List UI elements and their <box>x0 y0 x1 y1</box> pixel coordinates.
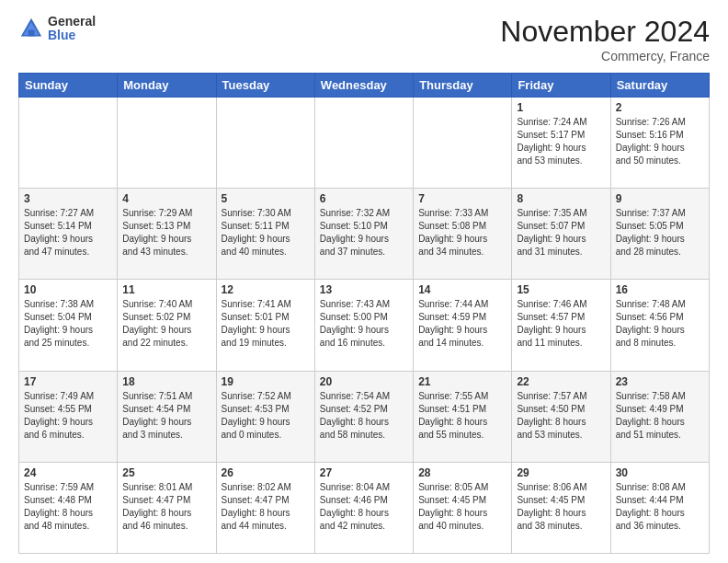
day-number: 25 <box>122 466 210 479</box>
day-info: Sunrise: 7:26 AM Sunset: 5:16 PM Dayligh… <box>616 116 704 167</box>
day-number: 9 <box>616 192 704 205</box>
day-info: Sunrise: 7:51 AM Sunset: 4:54 PM Dayligh… <box>122 390 210 442</box>
logo-blue: Blue <box>48 29 96 42</box>
day-info: Sunrise: 7:48 AM Sunset: 4:56 PM Dayligh… <box>616 298 704 350</box>
weekday-header-row: SundayMondayTuesdayWednesdayThursdayFrid… <box>19 74 710 98</box>
month-title: November 2024 <box>500 15 710 49</box>
day-cell: 27Sunrise: 8:04 AM Sunset: 4:46 PM Dayli… <box>314 462 413 553</box>
day-cell: 6Sunrise: 7:32 AM Sunset: 5:10 PM Daylig… <box>314 189 413 280</box>
logo: General Blue <box>18 15 96 43</box>
weekday-thursday: Thursday <box>414 74 512 98</box>
weekday-monday: Monday <box>118 74 216 98</box>
day-number: 13 <box>320 283 408 296</box>
day-cell: 23Sunrise: 7:58 AM Sunset: 4:49 PM Dayli… <box>610 371 709 462</box>
day-info: Sunrise: 8:08 AM Sunset: 4:44 PM Dayligh… <box>616 481 704 533</box>
day-cell: 7Sunrise: 7:33 AM Sunset: 5:08 PM Daylig… <box>414 189 512 280</box>
day-number: 29 <box>517 466 605 479</box>
title-block: November 2024 Commercy, France <box>500 15 710 63</box>
day-info: Sunrise: 8:01 AM Sunset: 4:47 PM Dayligh… <box>122 481 210 533</box>
day-number: 14 <box>418 283 506 296</box>
day-info: Sunrise: 7:52 AM Sunset: 4:53 PM Dayligh… <box>222 390 310 442</box>
day-number: 27 <box>320 466 408 479</box>
day-cell: 16Sunrise: 7:48 AM Sunset: 4:56 PM Dayli… <box>610 280 709 371</box>
day-number: 26 <box>222 466 310 479</box>
day-number: 11 <box>122 283 210 296</box>
day-info: Sunrise: 7:29 AM Sunset: 5:13 PM Dayligh… <box>122 207 210 259</box>
day-cell: 12Sunrise: 7:41 AM Sunset: 5:01 PM Dayli… <box>216 280 314 371</box>
day-info: Sunrise: 7:58 AM Sunset: 4:49 PM Dayligh… <box>616 390 704 442</box>
day-number: 2 <box>616 101 704 114</box>
day-number: 4 <box>122 192 210 205</box>
day-cell: 9Sunrise: 7:37 AM Sunset: 5:05 PM Daylig… <box>610 189 709 280</box>
day-cell <box>216 98 314 189</box>
weekday-sunday: Sunday <box>19 74 118 98</box>
day-info: Sunrise: 8:06 AM Sunset: 4:45 PM Dayligh… <box>517 481 605 533</box>
day-cell: 25Sunrise: 8:01 AM Sunset: 4:47 PM Dayli… <box>118 462 216 553</box>
day-info: Sunrise: 7:37 AM Sunset: 5:05 PM Dayligh… <box>616 207 704 259</box>
day-number: 8 <box>517 192 605 205</box>
week-row-2: 10Sunrise: 7:38 AM Sunset: 5:04 PM Dayli… <box>19 280 710 371</box>
location: Commercy, France <box>500 49 710 63</box>
weekday-wednesday: Wednesday <box>314 74 413 98</box>
day-number: 28 <box>418 466 506 479</box>
day-number: 23 <box>616 375 704 388</box>
day-info: Sunrise: 8:05 AM Sunset: 4:45 PM Dayligh… <box>418 481 506 533</box>
day-info: Sunrise: 7:41 AM Sunset: 5:01 PM Dayligh… <box>222 298 310 350</box>
day-info: Sunrise: 7:40 AM Sunset: 5:02 PM Dayligh… <box>122 298 210 350</box>
day-info: Sunrise: 7:27 AM Sunset: 5:14 PM Dayligh… <box>24 207 112 259</box>
day-info: Sunrise: 7:24 AM Sunset: 5:17 PM Dayligh… <box>517 116 605 167</box>
day-number: 22 <box>517 375 605 388</box>
day-number: 18 <box>122 375 210 388</box>
day-info: Sunrise: 7:46 AM Sunset: 4:57 PM Dayligh… <box>517 298 605 350</box>
day-cell: 10Sunrise: 7:38 AM Sunset: 5:04 PM Dayli… <box>19 280 118 371</box>
day-number: 10 <box>24 283 112 296</box>
weekday-tuesday: Tuesday <box>216 74 314 98</box>
day-cell: 1Sunrise: 7:24 AM Sunset: 5:17 PM Daylig… <box>512 98 610 189</box>
day-cell: 24Sunrise: 7:59 AM Sunset: 4:48 PM Dayli… <box>19 462 118 553</box>
day-cell: 20Sunrise: 7:54 AM Sunset: 4:52 PM Dayli… <box>314 371 413 462</box>
day-number: 24 <box>24 466 112 479</box>
day-cell: 26Sunrise: 8:02 AM Sunset: 4:47 PM Dayli… <box>216 462 314 553</box>
day-cell: 11Sunrise: 7:40 AM Sunset: 5:02 PM Dayli… <box>118 280 216 371</box>
week-row-1: 3Sunrise: 7:27 AM Sunset: 5:14 PM Daylig… <box>19 189 710 280</box>
day-cell: 19Sunrise: 7:52 AM Sunset: 4:53 PM Dayli… <box>216 371 314 462</box>
week-row-3: 17Sunrise: 7:49 AM Sunset: 4:55 PM Dayli… <box>19 371 710 462</box>
day-info: Sunrise: 8:02 AM Sunset: 4:47 PM Dayligh… <box>222 481 310 533</box>
day-number: 3 <box>24 192 112 205</box>
day-cell: 2Sunrise: 7:26 AM Sunset: 5:16 PM Daylig… <box>610 98 709 189</box>
day-cell: 29Sunrise: 8:06 AM Sunset: 4:45 PM Dayli… <box>512 462 610 553</box>
day-number: 15 <box>517 283 605 296</box>
svg-rect-2 <box>28 30 35 37</box>
day-info: Sunrise: 7:44 AM Sunset: 4:59 PM Dayligh… <box>418 298 506 350</box>
day-cell: 18Sunrise: 7:51 AM Sunset: 4:54 PM Dayli… <box>118 371 216 462</box>
day-info: Sunrise: 7:33 AM Sunset: 5:08 PM Dayligh… <box>418 207 506 259</box>
logo-text: General Blue <box>48 15 96 43</box>
day-info: Sunrise: 7:32 AM Sunset: 5:10 PM Dayligh… <box>320 207 408 259</box>
day-number: 19 <box>222 375 310 388</box>
day-info: Sunrise: 7:57 AM Sunset: 4:50 PM Dayligh… <box>517 390 605 442</box>
day-info: Sunrise: 7:54 AM Sunset: 4:52 PM Dayligh… <box>320 390 408 442</box>
day-number: 7 <box>418 192 506 205</box>
day-number: 5 <box>222 192 310 205</box>
day-info: Sunrise: 7:55 AM Sunset: 4:51 PM Dayligh… <box>418 390 506 442</box>
day-cell <box>19 98 118 189</box>
day-cell <box>414 98 512 189</box>
logo-general: General <box>48 15 96 29</box>
day-cell: 8Sunrise: 7:35 AM Sunset: 5:07 PM Daylig… <box>512 189 610 280</box>
calendar-table: SundayMondayTuesdayWednesdayThursdayFrid… <box>18 73 710 554</box>
day-number: 20 <box>320 375 408 388</box>
week-row-4: 24Sunrise: 7:59 AM Sunset: 4:48 PM Dayli… <box>19 462 710 553</box>
header: General Blue November 2024 Commercy, Fra… <box>18 15 710 63</box>
day-info: Sunrise: 8:04 AM Sunset: 4:46 PM Dayligh… <box>320 481 408 533</box>
day-cell: 21Sunrise: 7:55 AM Sunset: 4:51 PM Dayli… <box>414 371 512 462</box>
day-cell: 30Sunrise: 8:08 AM Sunset: 4:44 PM Dayli… <box>610 462 709 553</box>
weekday-friday: Friday <box>512 74 610 98</box>
day-info: Sunrise: 7:30 AM Sunset: 5:11 PM Dayligh… <box>222 207 310 259</box>
day-number: 30 <box>616 466 704 479</box>
day-cell: 17Sunrise: 7:49 AM Sunset: 4:55 PM Dayli… <box>19 371 118 462</box>
week-row-0: 1Sunrise: 7:24 AM Sunset: 5:17 PM Daylig… <box>19 98 710 189</box>
day-cell: 22Sunrise: 7:57 AM Sunset: 4:50 PM Dayli… <box>512 371 610 462</box>
day-info: Sunrise: 7:49 AM Sunset: 4:55 PM Dayligh… <box>24 390 112 442</box>
logo-icon <box>18 16 44 41</box>
page: General Blue November 2024 Commercy, Fra… <box>0 0 728 563</box>
